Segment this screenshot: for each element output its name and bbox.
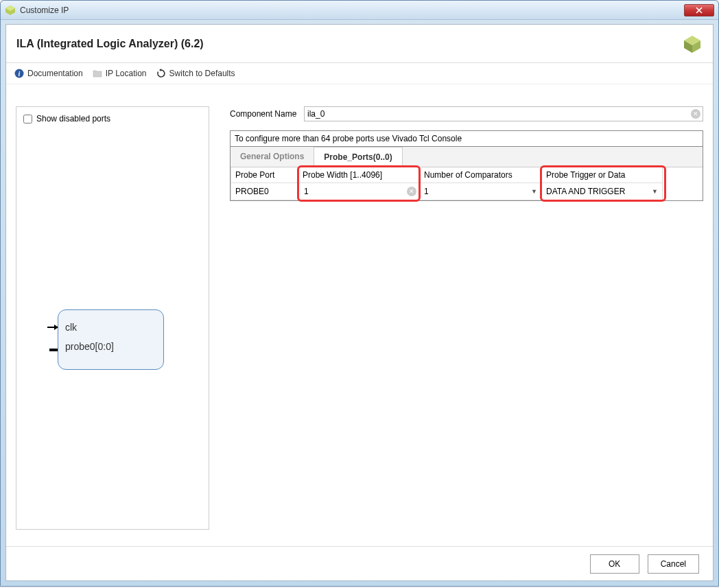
show-disabled-checkbox[interactable] — [23, 115, 32, 124]
header: ILA (Integrated Logic Analyzer) (6.2) — [6, 25, 713, 63]
toolbar: i Documentation IP Location Switch to De… — [6, 63, 713, 84]
show-disabled-row: Show disabled ports — [23, 114, 202, 124]
th-probe-width: Probe Width [1..4096] — [298, 167, 420, 183]
svg-text:i: i — [19, 70, 21, 78]
svg-marker-7 — [159, 69, 161, 71]
ip-location-label: IP Location — [106, 69, 147, 78]
port-clk: clk — [65, 320, 156, 335]
tab-general-options[interactable]: General Options — [231, 147, 314, 167]
port-probe0: probe0[0:0] — [65, 339, 156, 354]
hint-text: To configure more than 64 probe ports us… — [231, 131, 703, 147]
chevron-down-icon: ▼ — [652, 188, 658, 195]
footer: OK Cancel — [6, 546, 713, 580]
vivado-logo-icon — [682, 34, 703, 54]
trigger-data-value: DATA AND TRIGGER — [546, 187, 625, 196]
port-stub-icon — [49, 349, 58, 351]
app-window: Customize IP ILA (Integrated Logic Analy… — [0, 0, 719, 587]
ports-panel: Show disabled ports clk probe0[0:0] — [16, 106, 209, 530]
th-probe-port: Probe Port — [231, 167, 298, 183]
clear-icon[interactable]: ✕ — [691, 109, 700, 119]
tabs: General Options Probe_Ports(0..0) — [231, 147, 703, 167]
ip-block: clk probe0[0:0] — [58, 309, 164, 370]
info-icon: i — [14, 69, 24, 78]
cell-num-comparators[interactable]: 1 ▼ — [420, 183, 542, 200]
port-probe0-label: probe0[0:0] — [65, 341, 114, 352]
ok-button[interactable]: OK — [590, 554, 639, 574]
config-box: To configure more than 64 probe ports us… — [230, 130, 703, 201]
cell-probe-port: PROBE0 — [231, 183, 298, 200]
close-icon — [696, 7, 703, 14]
table-row: PROBE0 ✕ 1 ▼ DATA AND TRIGGER — [231, 183, 703, 200]
th-trigger-data: Probe Trigger or Data — [542, 167, 663, 183]
ip-location-link[interactable]: IP Location — [93, 69, 147, 78]
window-title: Customize IP — [20, 5, 684, 15]
port-arrow-icon — [47, 322, 58, 333]
clear-icon[interactable]: ✕ — [407, 187, 416, 196]
component-name-row: Component Name ✕ — [230, 106, 703, 121]
table-header-row: Probe Port Probe Width [1..4096] Number … — [231, 167, 703, 183]
documentation-link[interactable]: i Documentation — [14, 69, 83, 78]
chevron-down-icon: ▼ — [531, 188, 537, 195]
num-comparators-value: 1 — [424, 187, 429, 196]
cancel-button[interactable]: Cancel — [648, 554, 699, 574]
component-name-input[interactable] — [304, 106, 703, 121]
app-icon — [5, 5, 16, 16]
component-name-label: Component Name — [230, 109, 298, 119]
cell-probe-width: ✕ — [298, 183, 420, 200]
switch-defaults-label: Switch to Defaults — [169, 69, 235, 78]
refresh-icon — [156, 69, 166, 78]
th-num-comparators: Number of Comparators — [420, 167, 542, 183]
folder-icon — [93, 69, 102, 78]
close-button[interactable] — [684, 4, 714, 16]
content: Show disabled ports clk probe0[0:0] — [6, 97, 713, 539]
tab-probe-ports[interactable]: Probe_Ports(0..0) — [314, 147, 402, 167]
documentation-label: Documentation — [27, 69, 83, 78]
page-title: ILA (Integrated Logic Analyzer) (6.2) — [16, 38, 682, 50]
config-panel: Component Name ✕ To configure more than … — [230, 106, 703, 530]
switch-defaults-link[interactable]: Switch to Defaults — [156, 69, 235, 78]
titlebar: Customize IP — [1, 1, 718, 20]
svg-marker-9 — [54, 325, 58, 330]
ip-block-diagram: clk probe0[0:0] — [58, 309, 174, 370]
cell-trigger-data[interactable]: DATA AND TRIGGER ▼ — [542, 183, 663, 200]
probe-table: Probe Port Probe Width [1..4096] Number … — [231, 167, 703, 200]
show-disabled-label: Show disabled ports — [36, 114, 110, 124]
dialog-body: ILA (Integrated Logic Analyzer) (6.2) i … — [5, 24, 714, 581]
port-clk-label: clk — [65, 322, 77, 333]
probe-width-input[interactable] — [303, 186, 415, 197]
